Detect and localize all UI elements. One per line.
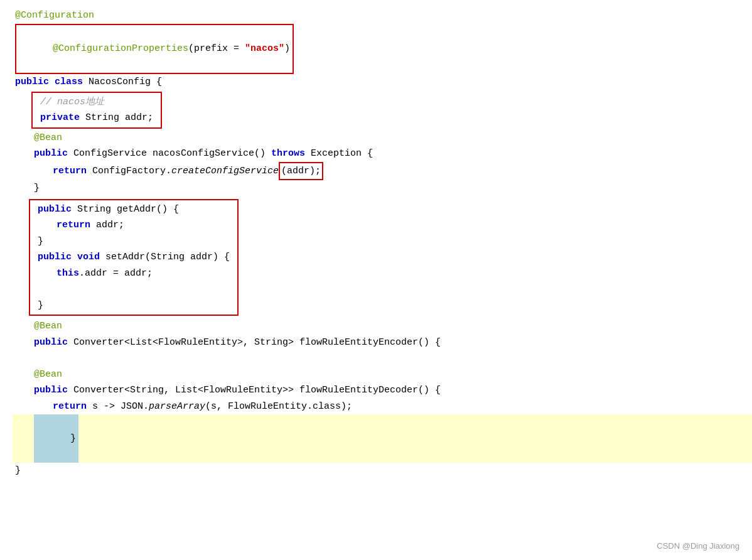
line-final-close: } — [13, 463, 752, 479]
line-2: @ConfigurationProperties(prefix = "nacos… — [13, 24, 752, 75]
line-empty-encoder — [13, 350, 752, 367]
line-method: public ConfigService nacosConfigService(… — [13, 146, 752, 162]
line-empty-setter — [35, 281, 232, 298]
line-comment: // nacos地址 — [38, 94, 156, 110]
line-1: @Configuration — [13, 8, 752, 24]
code-container: @Configuration @ConfigurationProperties(… — [0, 0, 752, 560]
line-lambda: return s -> JSON.parseArray(s, FlowRuleE… — [13, 399, 752, 415]
line-bean-2: @Bean — [13, 318, 752, 335]
line-close-decoder: } — [13, 414, 752, 463]
line-close-method: } — [13, 180, 752, 197]
line-close-setter: } — [35, 298, 232, 314]
line-return-addr: return addr; — [35, 217, 232, 234]
addr-section: // nacos地址 private String addr; — [31, 92, 162, 129]
line-bean-1: @Bean — [13, 130, 752, 146]
line-bean-3: @Bean — [13, 367, 752, 383]
line-getter: public String getAddr() { — [35, 202, 232, 218]
getter-setter-section: public String getAddr() { return addr; }… — [29, 199, 239, 316]
line-3: public class NacosConfig { — [13, 74, 752, 90]
line-setter: public void setAddr(String addr) { — [35, 249, 232, 266]
annotation-configuration: @Configuration — [15, 8, 94, 24]
line-encoder: public Converter<List<FlowRuleEntity>, S… — [13, 335, 752, 351]
watermark: CSDN @Ding Jiaxiong — [657, 541, 739, 551]
annotation-config-properties: @ConfigurationProperties(prefix = "nacos… — [15, 24, 294, 75]
line-this-addr: this.addr = addr; — [35, 266, 232, 282]
line-return: return ConfigFactory.createConfigService… — [13, 162, 752, 181]
line-private: private String addr; — [38, 110, 156, 126]
line-close-getter: } — [35, 234, 232, 250]
line-decoder: public Converter<String, List<FlowRuleEn… — [13, 382, 752, 399]
